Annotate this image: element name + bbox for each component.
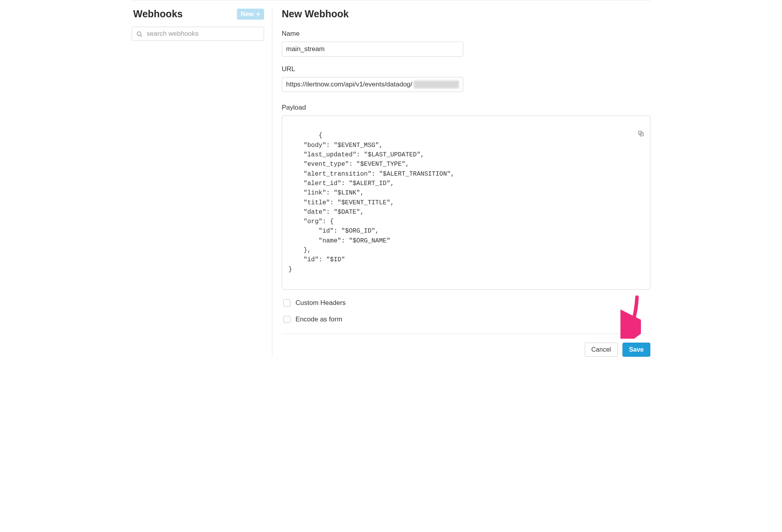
search-icon: [136, 31, 143, 37]
url-redacted-segment: [414, 81, 459, 88]
cancel-button[interactable]: Cancel: [585, 343, 618, 357]
url-input[interactable]: https://ilertnow.com/api/v1/events/datad…: [282, 77, 463, 92]
form-footer: Cancel Save: [282, 334, 650, 357]
main-panel: New Webhook Name URL https://ilertnow.co…: [272, 8, 650, 357]
name-input[interactable]: [282, 42, 463, 57]
svg-line-1: [140, 35, 141, 36]
new-button-label: New: [241, 11, 254, 18]
encode-form-label: Encode as form: [296, 316, 342, 323]
encode-form-row[interactable]: Encode as form: [282, 315, 650, 324]
name-label: Name: [282, 30, 650, 38]
sidebar-title: Webhooks: [133, 8, 183, 20]
search-input[interactable]: [146, 29, 260, 38]
new-webhook-button[interactable]: New +: [237, 9, 264, 20]
save-button[interactable]: Save: [622, 343, 650, 357]
url-value: https://ilertnow.com/api/v1/events/datad…: [286, 81, 412, 88]
encode-form-checkbox[interactable]: [283, 316, 290, 323]
payload-text: { "body": "$EVENT_MSG", "last_updated": …: [288, 132, 454, 273]
payload-label: Payload: [282, 104, 650, 112]
custom-headers-label: Custom Headers: [296, 299, 346, 307]
copy-icon[interactable]: [600, 121, 644, 150]
custom-headers-checkbox[interactable]: [283, 299, 290, 306]
payload-editor[interactable]: { "body": "$EVENT_MSG", "last_updated": …: [282, 116, 650, 290]
custom-headers-row[interactable]: Custom Headers: [282, 298, 650, 308]
sidebar: Webhooks New +: [132, 8, 272, 357]
search-box[interactable]: [132, 27, 264, 41]
page-title: New Webhook: [282, 8, 650, 20]
plus-icon: +: [256, 11, 260, 18]
url-label: URL: [282, 65, 650, 73]
